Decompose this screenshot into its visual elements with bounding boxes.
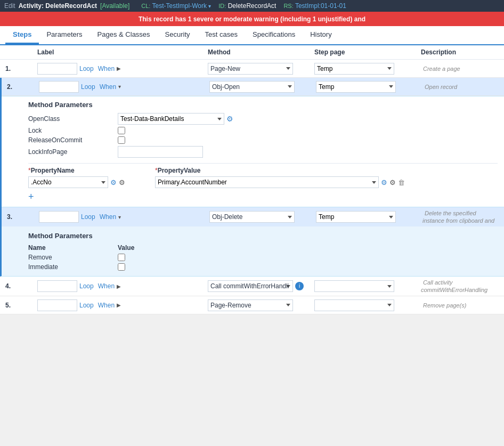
step-5-label-input[interactable] bbox=[37, 299, 77, 311]
step-4-method-select[interactable]: Call commitWithErrorHandli bbox=[208, 280, 293, 292]
step-2-params-title: Method Parameters bbox=[28, 101, 498, 109]
step-5-chevron-icon[interactable]: ▶ bbox=[117, 302, 121, 308]
prop-name-select[interactable]: .AccNo bbox=[28, 176, 108, 188]
step-4-label-input[interactable] bbox=[37, 280, 77, 292]
col-description: Description bbox=[421, 48, 499, 56]
prop-name-gear2-icon[interactable]: ⚙ bbox=[119, 179, 125, 186]
step-3-loop-when: Loop When ▾ bbox=[81, 213, 121, 221]
step-2-loop[interactable]: Loop bbox=[81, 83, 95, 91]
step3-name-header: Name bbox=[28, 244, 113, 252]
prop-section: *PropertyName *PropertyValue .AccNo ⚙ ⚙ bbox=[28, 163, 498, 202]
step-4-loop-when: Loop When ▶ bbox=[79, 282, 121, 290]
prop-value-header-text: PropertyValue bbox=[158, 167, 201, 174]
prop-value-select[interactable]: Primary.AccountNumber bbox=[155, 176, 379, 188]
col-method: Method bbox=[208, 48, 314, 56]
step-2-num: 2. bbox=[7, 83, 12, 91]
open-class-gear-icon[interactable]: ⚙ bbox=[226, 115, 233, 123]
cl-chevron-icon[interactable]: ▾ bbox=[208, 3, 211, 9]
lock-checkbox[interactable] bbox=[118, 127, 125, 134]
step-3-when[interactable]: When bbox=[100, 213, 116, 221]
step-2-container: 2. Loop When ▾ Obj-Open Open record bbox=[0, 78, 504, 207]
step-4-loop[interactable]: Loop bbox=[79, 282, 94, 290]
prop-value-gear-icon[interactable]: ⚙ bbox=[381, 179, 387, 186]
step-1-when[interactable]: When bbox=[98, 65, 115, 72]
step-1-num: 1. bbox=[5, 65, 11, 72]
step-5-method-select[interactable]: Page-Remove bbox=[208, 299, 293, 311]
prop-row: .AccNo ⚙ ⚙ Primary.AccountNumber ⚙ ⚙ 🗑 bbox=[28, 176, 498, 188]
step-5-loop[interactable]: Loop bbox=[79, 302, 94, 309]
add-plus-icon[interactable]: + bbox=[28, 191, 34, 202]
step-3-loop[interactable]: Loop bbox=[81, 213, 95, 221]
tab-parameters[interactable]: Parameters bbox=[39, 26, 90, 44]
step-3-label-input[interactable] bbox=[39, 211, 79, 223]
prop-value-cell: Primary.AccountNumber ⚙ ⚙ 🗑 bbox=[155, 176, 498, 188]
step-3-step-page[interactable] bbox=[316, 211, 396, 223]
step-2-loop-when: Loop When ▾ bbox=[81, 83, 121, 91]
release-value-cell bbox=[118, 136, 498, 144]
lock-info-input[interactable] bbox=[118, 146, 203, 158]
step-3-container: 3. Loop When ▾ Obj-Delete Delete th bbox=[0, 207, 504, 277]
step-2-label-input[interactable] bbox=[39, 81, 79, 93]
step-3-chevron-icon[interactable]: ▾ bbox=[118, 214, 121, 220]
immediate-checkbox[interactable] bbox=[118, 263, 125, 271]
tab-pages-classes[interactable]: Pages & Classes bbox=[90, 26, 158, 44]
lock-info-label: LockInfoPage bbox=[28, 148, 113, 156]
step-2-when[interactable]: When bbox=[100, 83, 116, 91]
prop-value-trash-icon[interactable]: 🗑 bbox=[398, 179, 405, 186]
rs-label: RS: bbox=[283, 3, 293, 9]
tab-history[interactable]: History bbox=[303, 26, 339, 44]
step-row-1: 1. Loop When ▶ Page-New Create a page bbox=[0, 60, 504, 78]
step-row-2: 2. Loop When ▾ Obj-Open Open record bbox=[2, 78, 504, 96]
step-2-chevron-icon[interactable]: ▾ bbox=[118, 84, 121, 90]
col-label: Label bbox=[37, 48, 149, 56]
step-4-num: 4. bbox=[5, 282, 11, 290]
prop-value-header: *PropertyValue bbox=[155, 167, 498, 174]
tab-test-cases[interactable]: Test cases bbox=[198, 26, 245, 44]
warning-bar: This record has 1 severe or moderate war… bbox=[0, 12, 504, 26]
immediate-label: Immediate bbox=[28, 263, 113, 271]
step-3-method-select[interactable]: Obj-Delete bbox=[209, 211, 295, 223]
activity-name: Activity: DeleteRecordAct bbox=[19, 2, 97, 10]
prop-headers: *PropertyName *PropertyValue bbox=[28, 167, 498, 174]
remove-label: Remove bbox=[28, 254, 113, 261]
remove-value-cell bbox=[118, 254, 499, 261]
remove-checkbox[interactable] bbox=[118, 254, 125, 261]
step-5-num: 5. bbox=[5, 302, 11, 309]
prop-value-gear2-icon[interactable]: ⚙ bbox=[389, 179, 396, 186]
step-1-method-select[interactable]: Page-New bbox=[208, 63, 293, 75]
open-class-select[interactable]: Test-Data-BankDetails bbox=[118, 113, 224, 125]
step-2-step-page[interactable] bbox=[316, 81, 396, 93]
step-4-info-icon[interactable]: i bbox=[295, 282, 304, 290]
step-5-step-page[interactable] bbox=[314, 299, 394, 311]
step-1-label-input[interactable] bbox=[37, 63, 77, 75]
step-3-params: Method Parameters Name Value Remove Imme… bbox=[2, 226, 504, 276]
release-checkbox[interactable] bbox=[118, 136, 125, 144]
tab-steps[interactable]: Steps bbox=[5, 26, 39, 44]
cl-value: Test-TestImpl-Work bbox=[152, 2, 206, 10]
step-4-step-page[interactable] bbox=[314, 280, 394, 292]
id-label: ID: bbox=[218, 3, 226, 9]
prop-name-header-text: PropertyName bbox=[31, 167, 75, 174]
main-content: Label Method Step page Description 1. Lo… bbox=[0, 45, 504, 314]
step-3-params-grid: Name Value Remove Immediate bbox=[28, 244, 499, 271]
step-5-description: Remove page(s) bbox=[421, 302, 466, 309]
cl-label: CL: bbox=[141, 3, 150, 9]
step-4-when[interactable]: When bbox=[98, 282, 115, 290]
step-1-step-page[interactable] bbox=[314, 63, 394, 75]
step-2-params-grid: OpenClass Test-Data-BankDetails ⚙ Lock R… bbox=[28, 113, 498, 158]
tab-security[interactable]: Security bbox=[158, 26, 198, 44]
prop-name-gear-icon[interactable]: ⚙ bbox=[110, 179, 117, 186]
step-1-loop[interactable]: Loop bbox=[79, 65, 94, 72]
rs-value: TestImpl:01-01-01 bbox=[295, 2, 346, 10]
column-headers: Label Method Step page Description bbox=[0, 45, 504, 60]
tab-specifications[interactable]: Specifications bbox=[245, 26, 303, 44]
step3-value-header: Value bbox=[118, 244, 499, 252]
step-5-when[interactable]: When bbox=[98, 302, 115, 309]
step-1-chevron-icon[interactable]: ▶ bbox=[117, 66, 121, 71]
immediate-value-cell bbox=[118, 263, 499, 271]
add-prop-button[interactable]: + bbox=[28, 191, 498, 202]
step-4-chevron-icon[interactable]: ▶ bbox=[117, 283, 121, 289]
step-2-method-select[interactable]: Obj-Open bbox=[209, 81, 295, 93]
lock-value-cell bbox=[118, 127, 498, 134]
lock-info-value-cell bbox=[118, 146, 498, 158]
